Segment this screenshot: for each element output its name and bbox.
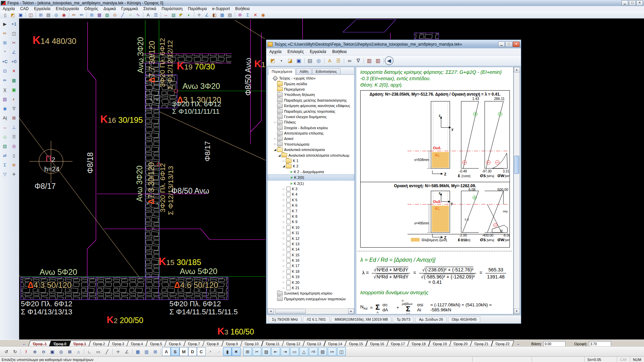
green-rect-icon[interactable]: ▣ bbox=[9, 85, 18, 94]
storey-tab-7[interactable]: Όροφ.7 bbox=[183, 341, 205, 347]
add-tool-icon[interactable]: ⊕ bbox=[9, 160, 18, 169]
expander-icon[interactable]: ▷ bbox=[282, 259, 285, 262]
list-tool-icon[interactable]: ☰ bbox=[9, 132, 18, 141]
preview-report-icon[interactable]: ◎ bbox=[314, 56, 323, 65]
expander-icon[interactable]: ▷ bbox=[282, 209, 285, 212]
move-icon[interactable]: ✛ bbox=[195, 11, 203, 18]
menu-παράθυρα[interactable]: Παράθυρα bbox=[185, 6, 209, 11]
node-icon[interactable]: ⊙ bbox=[111, 11, 119, 18]
print-icon[interactable]: ▤ bbox=[45, 11, 52, 18]
storey-tab-15[interactable]: Όροφ.15 bbox=[344, 341, 368, 347]
tree-item-1[interactable]: Πρώτη σελίδα bbox=[268, 81, 354, 86]
stamp-icon[interactable]: ◉ bbox=[60, 11, 68, 18]
storey-tab-12[interactable]: Όροφ.12 bbox=[282, 341, 305, 347]
hatch-left-icon[interactable]: ▧ bbox=[0, 95, 9, 103]
menu-οδηγός[interactable]: Οδηγός bbox=[82, 6, 101, 11]
tree-item-9[interactable]: Στοιχεία - δεδομένα κτιρίου bbox=[268, 125, 354, 131]
mode-a-icon[interactable]: A bbox=[162, 347, 171, 356]
filter-icon[interactable]: ∇ bbox=[354, 56, 363, 65]
pencil-icon[interactable]: ✏ bbox=[70, 11, 78, 18]
expander-icon[interactable]: ▷ bbox=[282, 204, 285, 207]
scroll-up-icon[interactable]: ▲ bbox=[514, 67, 520, 72]
halfcircle-icon[interactable]: ◐ bbox=[9, 95, 18, 103]
storey-tab-1[interactable]: Όροφ.1 bbox=[69, 341, 91, 347]
angle-icon[interactable]: ∠ bbox=[203, 11, 211, 18]
tab-errors[interactable]: Λάθη bbox=[296, 68, 312, 74]
snap-trim-icon[interactable]: ✂ bbox=[253, 347, 261, 356]
report-item-2-icon[interactable]: ▥ bbox=[374, 56, 382, 65]
circle-tool-icon[interactable]: ◎ bbox=[9, 142, 18, 150]
tree-item-12[interactable]: ▷Υποστυλώματα bbox=[268, 142, 354, 147]
copy-icon[interactable]: ⊞ bbox=[37, 11, 45, 18]
snap-lines-icon[interactable]: ▤ bbox=[318, 347, 327, 356]
expander-icon[interactable]: ▷ bbox=[282, 193, 285, 196]
storey-tab-17[interactable]: Όροφ.17 bbox=[386, 341, 410, 347]
grid-edit-icon[interactable]: ⊞ bbox=[88, 11, 96, 18]
expander-icon[interactable]: ▷ bbox=[282, 281, 285, 284]
tree-item-36[interactable]: ▷K 19 bbox=[268, 274, 354, 279]
expander-icon[interactable]: ▷ bbox=[282, 220, 285, 223]
storey-tab-19[interactable]: Όροφ.19 bbox=[428, 341, 451, 347]
layers-icon[interactable]: ▦ bbox=[96, 11, 103, 18]
expander-icon[interactable]: ▷ bbox=[282, 275, 285, 278]
storey-tab-6[interactable]: Όροφ.6 bbox=[164, 341, 185, 347]
tree-item-29[interactable]: ▷K 12 bbox=[268, 236, 354, 241]
rebar-phi-icon[interactable]: Φ bbox=[236, 11, 244, 18]
undo-icon[interactable]: ↺ bbox=[2, 347, 11, 356]
back-icon[interactable]: ◀ bbox=[385, 56, 393, 65]
parentheses-icon[interactable]: )( bbox=[0, 85, 9, 94]
regen-icon[interactable]: ! bbox=[22, 347, 31, 356]
tree-item-28[interactable]: ▷K 11 bbox=[268, 230, 354, 236]
snap-cross-icon[interactable]: ✛ bbox=[114, 347, 122, 356]
mode-c-icon[interactable]: C bbox=[197, 347, 206, 356]
circle-icon[interactable]: ○ bbox=[126, 11, 134, 18]
draw-pencil-icon[interactable]: ✏ bbox=[0, 29, 9, 38]
zoom-extents-icon[interactable]: ⊠ bbox=[65, 347, 74, 356]
expander-icon[interactable]: ▷ bbox=[282, 248, 285, 251]
snap-column-icon[interactable]: ◫ bbox=[337, 347, 346, 356]
tree-item-13[interactable]: ◢Αναλυτικά αποτελέσματα bbox=[268, 147, 354, 152]
report-pane[interactable]: Ισορροπία διατομής κρίσιμης φόρτισης: ΣΣ… bbox=[356, 67, 514, 314]
tree-item-15[interactable]: ▷K 1 bbox=[268, 158, 354, 163]
expander-icon[interactable]: ▷ bbox=[282, 198, 285, 201]
zoom-out-icon[interactable]: ⊖ bbox=[39, 347, 48, 356]
mode-d-icon[interactable]: D bbox=[188, 347, 197, 356]
tree-item-11[interactable]: ▷Δοκοί bbox=[268, 136, 354, 141]
snap-hatch-icon[interactable]: ▨ bbox=[262, 347, 271, 356]
snap-rect-icon[interactable]: ▭ bbox=[290, 347, 299, 356]
expander-icon[interactable]: ◢ bbox=[282, 164, 285, 168]
zoom-in-icon[interactable]: ⊕ bbox=[31, 347, 39, 356]
tree-item-31[interactable]: ▷K 14 bbox=[268, 247, 354, 252]
tree-item-38[interactable]: ▷K 21 bbox=[268, 285, 354, 291]
menu-e-support[interactable]: e-Support bbox=[210, 6, 233, 11]
expander-icon[interactable]: ▷ bbox=[282, 270, 285, 273]
storey-tab-8[interactable]: Όροφ.8 bbox=[202, 341, 223, 347]
storey-tab-21[interactable]: Όροφ.21 bbox=[470, 341, 493, 347]
tree-item-17[interactable]: »K 2 - Διαγράμματα bbox=[268, 169, 354, 174]
tree-item-8[interactable]: ▷Πλάκες bbox=[268, 119, 354, 125]
flag-icon[interactable]: ◤ bbox=[177, 11, 185, 18]
tree-item-23[interactable]: ▷K 6 bbox=[268, 203, 354, 208]
scroll-right-icon[interactable]: ► bbox=[348, 309, 354, 314]
tree-item-0[interactable]: Τεύχος - «χωρίς τίτλο» bbox=[268, 75, 354, 81]
tree-item-37[interactable]: ▷K 20 bbox=[268, 279, 354, 285]
table-view-icon[interactable]: ▦ bbox=[133, 347, 142, 356]
plotter-icon[interactable]: ◫ bbox=[27, 11, 35, 18]
close-box-icon[interactable]: ⊠ bbox=[9, 113, 18, 122]
tree-item-7[interactable]: Γενικοί έλεγχοι δομήματος bbox=[268, 114, 354, 119]
minimize-button[interactable]: ▁ bbox=[622, 0, 628, 6]
ruler-icon[interactable]: ▭ bbox=[94, 347, 103, 356]
teyxos-minimize-button[interactable]: ▁ bbox=[498, 42, 505, 47]
tree-hscrollbar[interactable]: ◄ ► bbox=[268, 308, 354, 314]
storey-tab-9[interactable]: Όροφ.9 bbox=[221, 341, 243, 347]
doc-list-icon[interactable]: ☰ bbox=[334, 56, 343, 65]
storey-tab-2[interactable]: Όροφ.2 bbox=[89, 341, 110, 347]
storey-tab-20[interactable]: Όροφ.20 bbox=[449, 341, 472, 347]
sigma-tool-icon[interactable]: Σ bbox=[0, 160, 9, 169]
tree-item-25[interactable]: ▷K 8 bbox=[268, 214, 354, 219]
snap-triangle-icon[interactable]: △ bbox=[300, 347, 308, 356]
shade-icon[interactable]: ◐ bbox=[185, 11, 193, 18]
storey-tab-4[interactable]: Όροφ.4 bbox=[126, 341, 148, 347]
storey-tab-0[interactable]: Όροφ.0 bbox=[49, 341, 71, 347]
snap-map-icon[interactable]: ↦ bbox=[328, 347, 336, 356]
